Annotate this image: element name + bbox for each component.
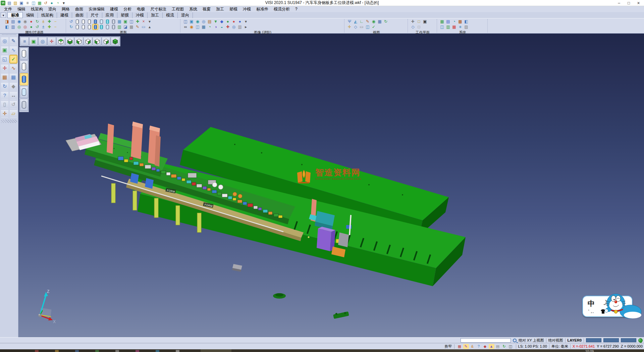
view-top-icon[interactable] <box>56 37 65 46</box>
menu-item-?[interactable]: ? <box>292 6 300 12</box>
texture-icon[interactable]: ▩ <box>129 24 134 30</box>
search-icon[interactable] <box>513 339 517 342</box>
pair-view-icon[interactable]: ◫ <box>365 24 370 30</box>
add-display-icon[interactable]: ✚ <box>135 19 140 24</box>
menu-item-逆向[interactable]: 逆向 <box>46 6 59 12</box>
menu-item-视窗[interactable]: 视窗 <box>200 6 213 12</box>
image-dropdown-icon[interactable]: ▾ <box>243 19 249 24</box>
menu-item-编辑[interactable]: 编辑 <box>15 6 28 12</box>
solid-style-icon[interactable] <box>74 19 80 24</box>
render-window-icon[interactable]: ◫ <box>183 19 188 24</box>
mesh-style-icon[interactable] <box>111 19 116 24</box>
refresh-visibility-icon[interactable]: ↻ <box>35 19 40 24</box>
system-monitor-icon[interactable]: ◫ <box>439 24 445 30</box>
tab-尺寸[interactable]: 尺寸 <box>87 12 102 18</box>
remove-display-icon[interactable]: × <box>141 19 146 24</box>
view-mode-label[interactable]: 绝对 XY 上视图 <box>519 338 544 343</box>
fit-window-icon[interactable]: ▣ <box>1 46 8 54</box>
traffic-light-icon[interactable]: ● <box>29 24 34 30</box>
menu-item-工程图[interactable]: 工程图 <box>169 6 186 12</box>
workplane-new-icon[interactable]: □ <box>416 19 422 24</box>
layers-icon[interactable]: ▦ <box>37 0 42 6</box>
refresh-view-icon[interactable]: ↻ <box>1 82 8 90</box>
more-dropdown-icon[interactable]: ▾ <box>147 19 152 24</box>
zoom-window-icon[interactable]: ◎ <box>38 37 47 46</box>
menu-item-电极[interactable]: 电极 <box>134 6 148 12</box>
menu-item-尺寸标注[interactable]: 尺寸标注 <box>148 6 169 12</box>
tab-模流[interactable]: 模流 <box>163 12 178 18</box>
add-light-icon[interactable]: ✚ <box>225 24 230 30</box>
hide-remove-icon[interactable]: ◉ <box>22 19 28 24</box>
undo-icon[interactable]: ↺ <box>43 0 48 6</box>
globe-icon[interactable]: ◔ <box>55 0 60 6</box>
hidden-line-icon[interactable] <box>87 19 92 24</box>
window-split-icon[interactable]: ◫ <box>508 344 514 349</box>
doc-preview-icon[interactable]: ▤ <box>10 19 16 24</box>
view-back-icon[interactable] <box>84 37 92 46</box>
cube-shaded-icon[interactable]: ▲ <box>489 344 494 349</box>
grid-view-icon[interactable]: ▦ <box>377 19 382 24</box>
lamp-icon[interactable]: ◉ <box>189 24 194 30</box>
snapshot-icon[interactable]: ▣ <box>189 19 194 24</box>
eye-add-icon[interactable]: ✚ <box>47 24 52 30</box>
half-shade-icon[interactable]: ◑ <box>213 24 218 30</box>
preview-icon[interactable]: ◫ <box>31 0 36 6</box>
plane-view-icon[interactable]: ◇ <box>353 24 358 30</box>
system-shade-icon[interactable]: ▨ <box>464 24 469 30</box>
clock-render-icon[interactable]: ◔ <box>207 24 212 30</box>
shade-down-icon[interactable]: ▼ <box>213 19 218 24</box>
menu-item-模流分析[interactable]: 模流分析 <box>271 6 292 12</box>
doc-image-icon[interactable]: ▤ <box>207 19 212 24</box>
annotate-icon[interactable]: ✎ <box>365 19 370 24</box>
stripe-icon[interactable]: ▥ <box>237 24 243 30</box>
image-more-icon[interactable]: ▸ <box>243 24 249 30</box>
workplane-align-icon[interactable]: ▣ <box>422 19 428 24</box>
print-icon[interactable]: ≡ <box>25 0 30 6</box>
workplane-axes-icon[interactable]: ✛ <box>410 19 416 24</box>
shaded-style-icon[interactable] <box>93 19 98 24</box>
system-grid-icon[interactable]: ▦ <box>439 19 445 24</box>
tab-塑膜[interactable]: 塑膜 <box>117 12 132 18</box>
menu-item-线架构[interactable]: 线架构 <box>28 6 46 12</box>
menu-item-曲面[interactable]: 曲面 <box>72 6 86 12</box>
target-view-icon[interactable]: ◉ <box>195 19 200 24</box>
viewport-pair-icon[interactable]: ◫ <box>195 24 200 30</box>
trash-icon[interactable]: ▯ <box>1 100 8 108</box>
view-right-icon[interactable] <box>102 37 110 46</box>
menu-item-冲模[interactable]: 冲模 <box>240 6 254 12</box>
render-wireframe-icon[interactable] <box>20 48 28 60</box>
target-icon[interactable]: ◉ <box>371 19 376 24</box>
move-axes-icon[interactable]: ✛ <box>1 64 8 72</box>
dynamic-view-icon[interactable]: ◎ <box>201 19 206 24</box>
menu-item-文件[interactable]: 文件 <box>1 6 15 12</box>
tab-逆向[interactable]: 逆向 <box>178 12 193 18</box>
minimize-button[interactable]: – <box>614 0 624 6</box>
grid-display-icon[interactable]: ▦ <box>117 19 122 24</box>
section-icon[interactable]: ▭ <box>359 24 364 30</box>
edit-delete-icon[interactable]: ✎ <box>10 37 17 45</box>
eye-sub-icon[interactable]: − <box>53 24 58 30</box>
shade-corner-icon[interactable]: ◪ <box>123 24 128 30</box>
bounds-icon[interactable]: ▣ <box>123 19 128 24</box>
orbit-icon[interactable]: ◎ <box>231 24 236 30</box>
help-pointer-icon[interactable]: ? <box>476 344 482 349</box>
sidebar-handle[interactable] <box>1 120 17 123</box>
measure-icon[interactable]: ↔ <box>10 91 17 99</box>
edit-curve-icon[interactable]: ∿ <box>10 46 17 54</box>
fit-view-icon[interactable]: ▣ <box>29 37 38 46</box>
tab-标准[interactable]: 标准 <box>7 12 23 18</box>
undo-icon[interactable]: ↺ <box>10 100 17 108</box>
eye-plus-icon[interactable]: ◎ <box>16 24 22 30</box>
refresh-graphics-icon[interactable]: ↺ <box>68 19 74 24</box>
toggle-plusminus-icon[interactable]: ± <box>41 19 46 24</box>
tab-线架构[interactable]: 线架构 <box>38 12 57 18</box>
export-folder-icon[interactable]: ▱ <box>10 109 17 118</box>
tab-应用[interactable]: 应用 <box>102 12 117 18</box>
cyan-style-icon[interactable] <box>105 19 110 24</box>
open-file-icon[interactable]: ▧ <box>13 0 18 6</box>
menu-item-建模[interactable]: 建模 <box>107 6 121 12</box>
system-palette-icon[interactable]: ◧ <box>464 19 469 24</box>
layer-indicator[interactable]: LAYER0 <box>568 338 582 342</box>
render-hidden-icon[interactable] <box>20 60 28 73</box>
lock-toggle[interactable]: 拴牢 <box>445 344 452 349</box>
